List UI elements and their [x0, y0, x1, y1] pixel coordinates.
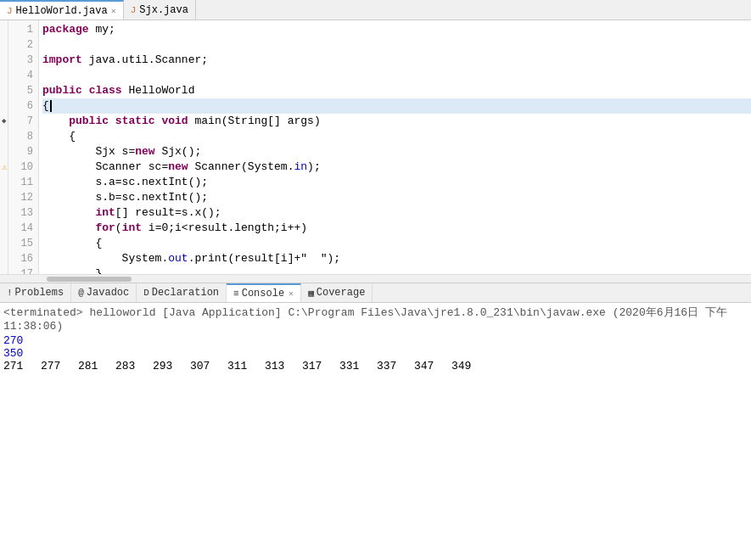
code-editor[interactable]: package my; import java.util.Scanner; pu… [39, 20, 751, 274]
tab-console[interactable]: ≡ Console ✕ [227, 283, 301, 302]
line-num-15: 15 [8, 236, 33, 251]
line-num-6: 6 [8, 98, 33, 114]
console-terminated-text: <terminated> helloworld [Java Applicatio… [3, 305, 748, 333]
line-num-5: 5 [8, 83, 33, 98]
tab-helloworld[interactable]: J HelloWorld.java ✕ [0, 0, 124, 20]
java-icon-helloworld: J [7, 6, 13, 16]
tab-helloworld-label: HelloWorld.java [16, 5, 108, 17]
tab-problems[interactable]: ! Problems [0, 283, 71, 302]
code-line-5: public class HelloWorld [42, 83, 751, 98]
line-num-8: 8 [8, 129, 33, 144]
problems-icon: ! [7, 288, 13, 298]
num-317: 317 [302, 360, 339, 372]
num-313: 313 [265, 360, 302, 372]
console-output-numbers: 271 277 281 283 293 307 311 313 317 331 … [3, 360, 748, 372]
line-num-9: 9 [8, 144, 33, 160]
line-num-11: 11 [8, 175, 33, 190]
num-307: 307 [190, 360, 227, 372]
num-281: 281 [78, 360, 115, 372]
code-line-17: } [42, 266, 751, 274]
code-line-15: { [42, 236, 751, 251]
line-numbers: 1 2 3 4 5 6 7 ◆ 8 9 10 11 12 13 14 15 16… [8, 20, 39, 274]
num-283: 283 [115, 360, 153, 372]
method-arrow: ◆ [2, 114, 6, 129]
num-293: 293 [153, 360, 190, 372]
line-num-13: 13 [8, 205, 33, 221]
code-line-14: for(int i=0;i<result.length;i++) [42, 221, 751, 236]
line-num-10: 10 [8, 160, 33, 175]
code-line-11: s.a=sc.nextInt(); [42, 175, 751, 190]
coverage-icon: ▦ [308, 288, 314, 299]
code-line-3: import java.util.Scanner; [42, 53, 751, 68]
gutter-markers: ⚠ [0, 20, 8, 274]
num-331: 331 [339, 360, 377, 372]
javadoc-icon: @ [78, 288, 84, 298]
tab-declaration-label: Declaration [152, 287, 219, 299]
bottom-tab-bar: ! Problems @ Javadoc D Declaration ≡ Con… [0, 283, 751, 303]
line-num-16: 16 [8, 251, 33, 266]
line-num-7: 7 ◆ [8, 114, 33, 129]
tab-javadoc[interactable]: @ Javadoc [71, 283, 137, 302]
line-num-12: 12 [8, 190, 33, 205]
kw-package: package [42, 22, 89, 37]
code-line-12: s.b=sc.nextInt(); [42, 190, 751, 205]
code-line-6: { [42, 98, 751, 114]
java-icon-sjx: J [131, 5, 137, 15]
line-num-17: 17 [8, 266, 33, 274]
tab-console-label: Console [242, 288, 284, 300]
num-271: 271 [3, 360, 41, 372]
horizontal-scrollbar[interactable] [0, 274, 751, 283]
code-line-4 [42, 68, 751, 83]
console-output-line1: 270 [3, 334, 748, 347]
cursor [50, 100, 52, 112]
line-num-4: 4 [8, 68, 33, 83]
tab-sjx-label: Sjx.java [139, 4, 188, 16]
code-line-2 [42, 37, 751, 53]
num-277: 277 [41, 360, 78, 372]
scroll-thumb[interactable] [47, 277, 132, 282]
line-num-14: 14 [8, 221, 33, 236]
line-num-2: 2 [8, 37, 33, 53]
tab-declaration[interactable]: D Declaration [137, 283, 227, 302]
code-line-8: { [42, 129, 751, 144]
console-output: <terminated> helloworld [Java Applicatio… [0, 303, 751, 560]
code-line-9: Sjx s=new Sjx(); [42, 144, 751, 160]
code-line-13: int[] result=s.x(); [42, 205, 751, 221]
code-line-10: Scanner sc=new Scanner(System.in); [42, 160, 751, 175]
console-close-icon[interactable]: ✕ [289, 288, 294, 299]
declaration-icon: D [143, 288, 149, 298]
warning-marker: ⚠ [0, 160, 8, 175]
num-349: 349 [451, 360, 489, 372]
line-num-3: 3 [8, 53, 33, 68]
tab-bar: J HelloWorld.java ✕ J Sjx.java [0, 0, 751, 20]
tab-helloworld-close[interactable]: ✕ [111, 6, 116, 16]
num-347: 347 [414, 360, 451, 372]
tab-coverage-label: Coverage [317, 287, 366, 299]
kw-import: import [42, 53, 82, 68]
code-line-1: package my; [42, 22, 751, 37]
code-line-7: public static void main(String[] args) [42, 114, 751, 129]
tab-sjx[interactable]: J Sjx.java [124, 0, 196, 20]
editor-area: ⚠ 1 2 3 4 5 6 7 ◆ 8 9 10 11 12 13 14 15 … [0, 20, 751, 274]
warning-icon: ⚠ [2, 162, 7, 172]
line-num-1: 1 [8, 22, 33, 37]
console-output-line2: 350 [3, 347, 748, 360]
console-icon: ≡ [233, 288, 239, 299]
num-311: 311 [227, 360, 265, 372]
num-337: 337 [377, 360, 414, 372]
tab-javadoc-label: Javadoc [87, 287, 129, 299]
tab-problems-label: Problems [15, 287, 64, 299]
code-line-16: System.out.print(result[i]+" "); [42, 251, 751, 266]
tab-coverage[interactable]: ▦ Coverage [301, 283, 373, 302]
